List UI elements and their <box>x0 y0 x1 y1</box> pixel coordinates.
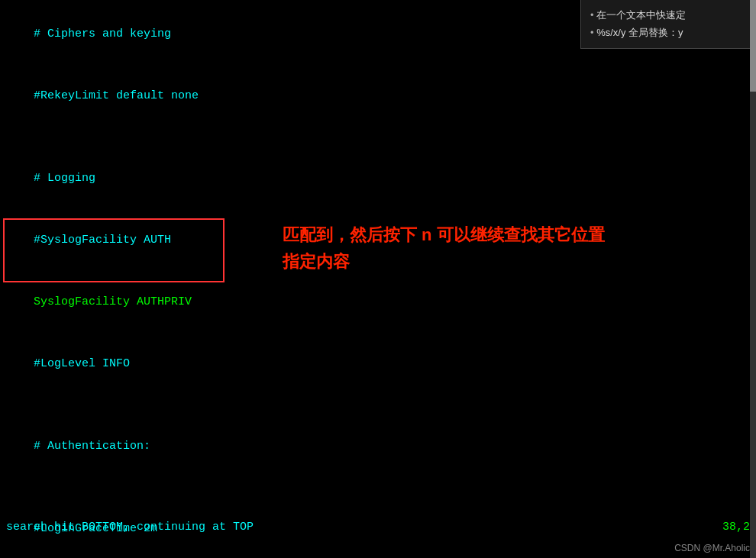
tooltip-item-1: 在一个文本中快速定 <box>590 6 747 24</box>
line-text: # Logging <box>34 172 95 185</box>
line-text: #RekeyLimit default none <box>34 89 199 102</box>
status-message: search hit BOTTOM, continuing at TOP <box>6 521 254 534</box>
code-line: #SyslogFacility AUTH <box>6 209 750 271</box>
scrollbar-thumb[interactable] <box>750 0 756 92</box>
scrollbar[interactable] <box>750 0 756 558</box>
line-text: # Ciphers and keying <box>34 27 171 40</box>
line-text: #LogLevel INFO <box>34 357 130 370</box>
tooltip-item-2: %s/x/y 全局替换：y <box>590 24 747 41</box>
cursor-position: 38,2 <box>722 521 750 534</box>
tooltip-panel: 在一个文本中快速定 %s/x/y 全局替换：y <box>580 0 756 49</box>
code-line: #RekeyLimit default none <box>6 65 750 127</box>
status-bar: search hit BOTTOM, continuing at TOP 38,… <box>0 519 756 535</box>
code-line: # Authentication: <box>6 415 750 477</box>
code-line: #LogLevel INFO <box>6 333 750 395</box>
code-line <box>6 477 750 498</box>
line-text: SyslogFacility AUTHPRIV <box>34 295 192 308</box>
code-editor: # Ciphers and keying #RekeyLimit default… <box>0 0 756 558</box>
line-text: #SyslogFacility AUTH <box>34 234 171 247</box>
code-line <box>6 395 750 415</box>
line-text: # Authentication: <box>34 440 150 453</box>
code-line: SyslogFacility AUTHPRIV <box>6 271 750 333</box>
code-line: # Logging <box>6 147 750 209</box>
watermark: CSDN @Mr.Aholic <box>674 543 750 553</box>
code-line <box>6 127 750 147</box>
